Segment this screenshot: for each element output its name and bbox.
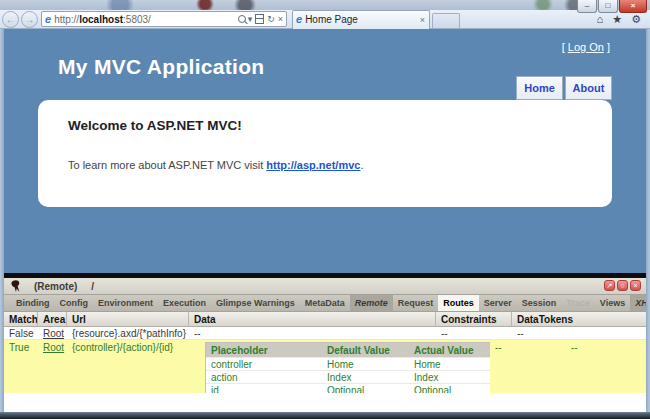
page-viewport: My MVC Application [ Log On ] Home About… — [4, 29, 646, 412]
optional-link[interactable]: Optional — [327, 385, 364, 393]
column-header-url: Url — [67, 312, 189, 326]
glimpse-tab-glimpse-warnings[interactable]: Glimpse Warnings — [211, 295, 300, 311]
url-pattern: {controller}/{action}/{id} — [67, 340, 189, 393]
glimpse-tab-views[interactable]: Views — [595, 295, 630, 311]
route-row-unmatched: False Root {resource}.axd/{*pathInfo} --… — [4, 327, 646, 340]
glimpse-logo-icon — [10, 280, 22, 293]
glimpse-close-button[interactable]: × — [630, 280, 641, 291]
placeholder-value: action — [206, 371, 322, 383]
placeholder-value: controller — [206, 358, 322, 370]
new-tab-button[interactable] — [432, 13, 460, 28]
browser-toolbar: ← → e http:// localhost :5803/ ▾ ↻ × e H… — [0, 10, 650, 29]
tab-close-icon[interactable]: × — [420, 15, 425, 25]
route-data-cell: Placeholder Default Value Actual Value c… — [189, 340, 490, 393]
column-header-area: Area — [38, 312, 67, 326]
glimpse-tab-trace: Trace — [561, 295, 595, 311]
constraints-value: -- — [436, 327, 512, 339]
log-on-bracket-open: [ — [562, 41, 565, 53]
glimpse-tab-remote[interactable]: Remote — [350, 295, 393, 311]
browser-window: – □ × ← → e http:// localhost :5803/ ▾ ↻… — [0, 0, 650, 419]
root-link[interactable]: Root — [43, 342, 64, 353]
favorites-star-icon[interactable]: ★ — [612, 14, 622, 25]
url-host: localhost — [79, 14, 123, 25]
log-on-link[interactable]: [ Log On ] — [562, 41, 610, 53]
glimpse-tab-config[interactable]: Config — [55, 295, 94, 311]
route-data-row-controller: controller Home Home — [206, 357, 490, 370]
routes-table-header: Match Area Url Data Constraints DataToke… — [4, 312, 646, 327]
search-dropdown-icon[interactable]: ▾ — [248, 15, 253, 24]
glimpse-tab-environment[interactable]: Environment — [93, 295, 158, 311]
url-pattern: {resource}.axd/{*pathInfo} — [67, 327, 189, 339]
welcome-text-prefix: To learn more about ASP.NET MVC visit — [68, 159, 266, 171]
log-on-label[interactable]: Log On — [568, 41, 604, 53]
actual-value: Index — [409, 371, 490, 383]
actual-value: Home — [409, 358, 490, 370]
placeholder-value: id — [206, 384, 322, 393]
glimpse-minimize-button[interactable]: ○ — [617, 280, 628, 291]
glimpse-tab-routes[interactable]: Routes — [438, 295, 479, 311]
glimpse-tab-bar: Binding Config Environment Execution Gli… — [4, 295, 646, 312]
asp-net-mvc-link[interactable]: http://asp.net/mvc — [266, 159, 360, 171]
column-header-match: Match — [4, 312, 38, 326]
glimpse-breadcrumb-path: / — [91, 281, 94, 292]
page-title: My MVC Application — [58, 55, 264, 79]
data-value: -- — [189, 327, 436, 339]
stop-icon[interactable]: × — [278, 15, 283, 24]
area-root-link: Root — [38, 340, 67, 393]
tools-gear-icon[interactable]: ⚙ — [631, 14, 641, 25]
column-header-default-value: Default Value — [322, 343, 409, 357]
log-on-bracket-close: ] — [607, 41, 610, 53]
route-data-row-id: id Optional Optional — [206, 383, 490, 393]
datatokens-value: -- — [566, 340, 646, 393]
glimpse-tab-execution[interactable]: Execution — [158, 295, 211, 311]
close-button[interactable]: × — [619, 0, 647, 13]
default-value: Optional — [322, 384, 409, 393]
actual-value: Optional — [409, 384, 490, 393]
refresh-icon[interactable]: ↻ — [267, 15, 275, 24]
column-header-placeholder: Placeholder — [206, 343, 322, 357]
glimpse-table-filler — [4, 393, 646, 411]
forward-button[interactable]: → — [21, 11, 38, 28]
home-icon[interactable]: ⌂ — [597, 14, 604, 25]
glimpse-panel-buttons: ↗ ○ × — [604, 280, 641, 291]
search-icon[interactable] — [238, 15, 246, 23]
tab-favicon-icon: e — [296, 14, 302, 25]
column-header-datatokens: DataTokens — [512, 312, 646, 326]
glimpse-remote-title: (Remote) — [34, 281, 77, 292]
tab-title: Home Page — [305, 14, 358, 25]
glimpse-tab-xhrequests[interactable]: XHRequests — [630, 295, 646, 311]
glimpse-popout-button[interactable]: ↗ — [604, 280, 615, 291]
area-root-link: Root — [38, 327, 67, 339]
root-link[interactable]: Root — [43, 328, 64, 339]
glimpse-tab-request[interactable]: Request — [393, 295, 439, 311]
route-data-row-action: action Index Index — [206, 370, 490, 383]
url-protocol: http:// — [54, 14, 79, 25]
url-port-path: :5803/ — [123, 14, 151, 25]
glimpse-tab-binding[interactable]: Binding — [11, 295, 55, 311]
glimpse-tab-server[interactable]: Server — [479, 295, 517, 311]
column-header-data: Data — [189, 312, 436, 326]
menu-home-button[interactable]: Home — [516, 76, 563, 100]
menu-about-button[interactable]: About — [565, 76, 612, 100]
route-data-table: Placeholder Default Value Actual Value c… — [205, 342, 490, 393]
site-menu: Home About — [516, 76, 612, 100]
glimpse-tab-metadata[interactable]: MetaData — [300, 295, 350, 311]
welcome-text-suffix: . — [360, 159, 363, 171]
browser-tab-home-page[interactable]: e Home Page × — [292, 10, 430, 29]
window-frame-bottom — [0, 412, 650, 419]
optional-link[interactable]: Optional — [414, 385, 451, 393]
window-titlebar — [0, 0, 650, 10]
back-button[interactable]: ← — [2, 11, 19, 28]
compatibility-view-icon[interactable] — [255, 14, 264, 24]
column-header-actual-value: Actual Value — [409, 343, 490, 357]
maximize-button[interactable]: □ — [598, 0, 618, 13]
minimize-button[interactable]: – — [577, 0, 597, 13]
welcome-heading: Welcome to ASP.NET MVC! — [68, 118, 242, 133]
welcome-text: To learn more about ASP.NET MVC visit ht… — [68, 159, 363, 171]
ie-favicon-icon: e — [45, 14, 51, 25]
default-value: Index — [322, 371, 409, 383]
address-bar[interactable]: e http:// localhost :5803/ ▾ ↻ × — [41, 11, 287, 27]
glimpse-header: (Remote) / ↗ ○ × — [4, 278, 646, 295]
glimpse-tab-session[interactable]: Session — [517, 295, 562, 311]
column-header-constraints: Constraints — [436, 312, 512, 326]
